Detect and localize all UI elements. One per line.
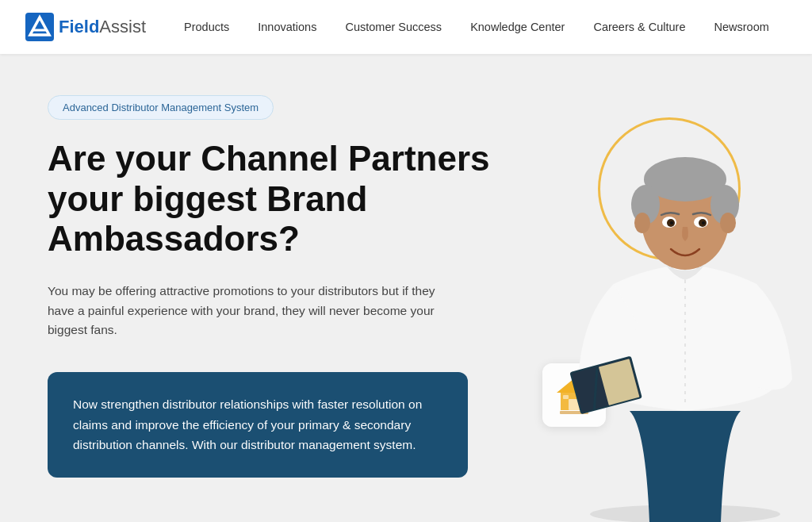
nav-link-newsroom[interactable]: Newsroom [714,21,768,33]
logo-icon [25,13,54,41]
person-figure [527,94,796,522]
nav-item-newsroom[interactable]: Newsroom [714,20,768,34]
hero-cta-text: Now strengthen distributor relationships… [73,394,442,455]
nav-item-customer-success[interactable]: Customer Success [345,20,442,34]
svg-point-26 [702,221,705,225]
hero-cta-box: Now strengthen distributor relationships… [48,372,468,478]
nav-link-careers-culture[interactable]: Careers & Culture [593,21,685,33]
hero-heading: Are your Channel Partners your biggest B… [48,139,492,259]
hero-image-area [479,54,812,522]
nav-item-innovations[interactable]: Innovations [258,20,316,34]
nav-link-customer-success[interactable]: Customer Success [345,21,442,33]
logo-text: FieldAssist [59,17,146,37]
svg-point-20 [720,213,736,233]
nav-item-products[interactable]: Products [184,20,229,34]
svg-point-19 [634,213,650,233]
hero-badge: Advanced Distributor Management System [48,95,274,120]
nav-links: Products Innovations Customer Success Kn… [184,20,769,34]
svg-point-25 [670,221,673,225]
nav-item-careers-culture[interactable]: Careers & Culture [593,20,685,34]
navbar: FieldAssist Products Innovations Custome… [0,0,812,54]
nav-item-knowledge-center[interactable]: Knowledge Center [470,20,565,34]
nav-link-products[interactable]: Products [184,21,229,33]
logo[interactable]: FieldAssist [25,13,146,41]
hero-section: Advanced Distributor Management System A… [0,54,812,522]
hero-subtext: You may be offering attractive promotion… [48,282,452,340]
nav-link-knowledge-center[interactable]: Knowledge Center [470,21,565,33]
nav-link-innovations[interactable]: Innovations [258,21,316,33]
